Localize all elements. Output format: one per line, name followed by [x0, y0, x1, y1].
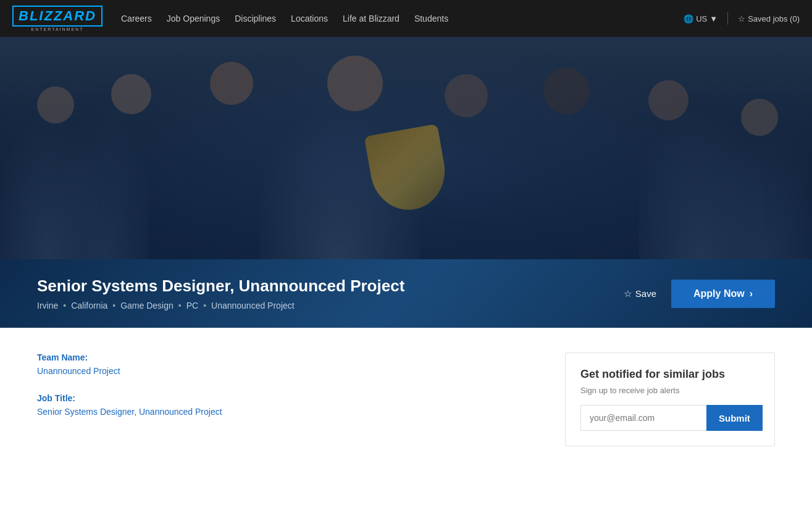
nav-item-careers[interactable]: Careers [121, 14, 152, 23]
save-button[interactable]: ☆ Save [624, 288, 656, 299]
nav-item-locations[interactable]: Locations [291, 14, 328, 23]
job-info: Senior Systems Designer, Unannounced Pro… [37, 277, 404, 310]
job-title-section: Job Title: Senior Systems Designer, Unan… [37, 393, 540, 417]
sidebar: Get notified for similar jobs Sign up to… [565, 352, 775, 446]
job-details: Team Name: Unannounced Project Job Title… [37, 352, 540, 446]
job-platform: PC [186, 301, 198, 310]
logo-text: BLIZZARD [12, 6, 103, 27]
nav-divider [727, 12, 728, 25]
globe-icon: 🌐 [684, 14, 693, 23]
job-banner: Senior Systems Designer, Unannounced Pro… [0, 259, 812, 328]
star-outline-icon: ☆ [624, 288, 632, 299]
hero-image-overlay [0, 37, 812, 259]
meta-dot-4: • [203, 301, 206, 310]
saved-jobs-label: Saved jobs (0) [748, 14, 800, 23]
logo[interactable]: BLIZZARD ENTERTAINMENT [12, 6, 103, 31]
meta-dot-3: • [178, 301, 182, 310]
region-selector[interactable]: 🌐 US ▼ [684, 14, 718, 23]
job-team: Unannounced Project [211, 301, 295, 310]
meta-dot-2: • [112, 301, 115, 310]
email-row: Submit [580, 405, 760, 431]
notif-title: Get notified for similar jobs [580, 368, 760, 381]
main-content: Team Name: Unannounced Project Job Title… [0, 328, 812, 471]
save-label: Save [635, 288, 656, 299]
submit-button[interactable]: Submit [706, 405, 763, 431]
job-actions: ☆ Save Apply Now › [624, 280, 775, 308]
email-input[interactable] [580, 405, 706, 431]
apply-chevron-icon: › [750, 288, 753, 299]
logo-subtext: ENTERTAINMENT [12, 27, 103, 31]
job-department: Game Design [120, 301, 174, 310]
nav-item-life-at-blizzard[interactable]: Life at Blizzard [343, 14, 400, 23]
apply-now-button[interactable]: Apply Now › [671, 280, 775, 308]
nav-right: 🌐 US ▼ ☆ Saved jobs (0) [684, 12, 800, 25]
job-city: Irvine [37, 301, 58, 310]
job-meta: Irvine • California • Game Design • PC •… [37, 301, 404, 310]
nav-item-disciplines[interactable]: Disciplines [235, 14, 276, 23]
notification-box: Get notified for similar jobs Sign up to… [565, 352, 775, 446]
meta-dot-1: • [63, 301, 66, 310]
job-title-label: Job Title: [37, 393, 540, 403]
region-label: US [696, 14, 707, 23]
main-nav: Careers Job Openings Disciplines Locatio… [121, 14, 684, 23]
main-header: BLIZZARD ENTERTAINMENT Careers Job Openi… [0, 0, 812, 37]
apply-label: Apply Now [693, 288, 745, 299]
saved-jobs-link[interactable]: ☆ Saved jobs (0) [738, 14, 800, 23]
job-title-value: Senior Systems Designer, Unannounced Pro… [37, 407, 540, 417]
team-name-section: Team Name: Unannounced Project [37, 352, 540, 376]
job-state: California [71, 301, 107, 310]
star-icon: ☆ [738, 14, 745, 23]
hero-section [0, 37, 812, 259]
nav-item-job-openings[interactable]: Job Openings [167, 14, 220, 23]
team-name-label: Team Name: [37, 352, 540, 362]
chevron-down-icon: ▼ [709, 14, 718, 23]
team-name-value: Unannounced Project [37, 366, 540, 376]
job-title: Senior Systems Designer, Unannounced Pro… [37, 277, 404, 296]
notif-sub: Sign up to receive job alerts [580, 386, 760, 395]
nav-item-students[interactable]: Students [414, 14, 448, 23]
